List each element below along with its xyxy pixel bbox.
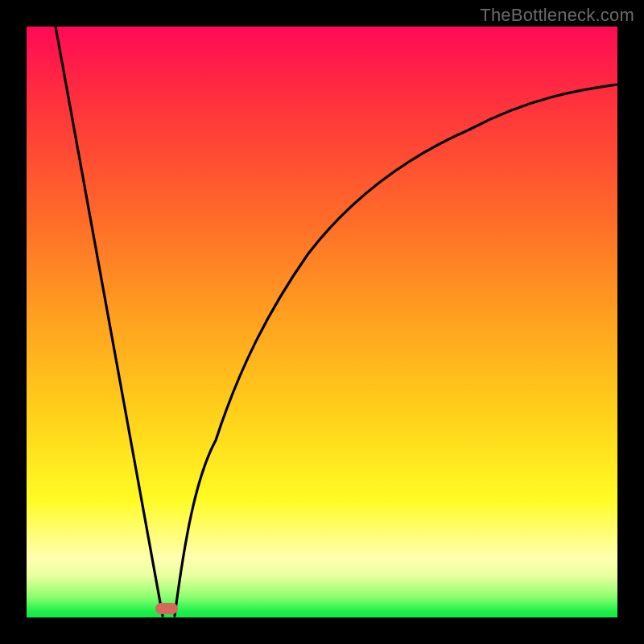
series-right-curve — [175, 85, 617, 616]
chart-plot-area — [27, 27, 617, 617]
series-left-segment — [56, 27, 163, 616]
chart-outer-frame: TheBottleneck.com — [0, 0, 644, 644]
valley-marker — [155, 603, 178, 614]
watermark-text: TheBottleneck.com — [480, 5, 634, 26]
chart-line-layer — [27, 27, 617, 617]
